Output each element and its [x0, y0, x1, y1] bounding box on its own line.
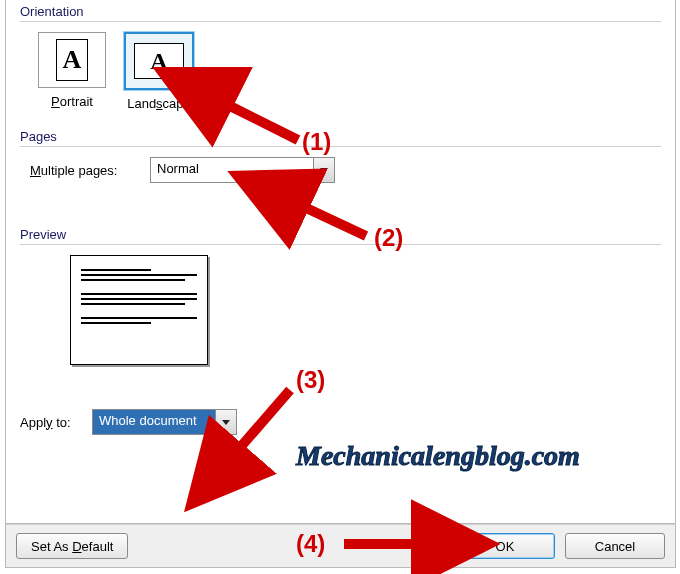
- divider: [20, 244, 661, 245]
- multiple-pages-select[interactable]: Normal: [150, 157, 335, 183]
- landscape-icon: A: [124, 32, 194, 90]
- landscape-option[interactable]: A Landscape: [124, 32, 194, 111]
- portrait-label: Portrait: [38, 94, 106, 109]
- apply-to-row: Apply to: Whole document: [20, 409, 661, 435]
- preview-thumbnail: [70, 255, 208, 365]
- multiple-pages-label: Multiple pages:: [30, 163, 150, 178]
- page-glyph: A: [56, 39, 88, 81]
- apply-to-label: Apply to:: [20, 415, 92, 430]
- set-as-default-button[interactable]: Set As Default: [16, 533, 128, 559]
- chevron-down-icon: [222, 420, 230, 425]
- landscape-label: Landscape: [124, 96, 194, 111]
- portrait-icon: A: [38, 32, 106, 88]
- dropdown-button[interactable]: [215, 410, 236, 434]
- apply-to-select[interactable]: Whole document: [92, 409, 237, 435]
- page-glyph: A: [134, 43, 184, 79]
- divider: [20, 146, 661, 147]
- dropdown-button[interactable]: [313, 158, 334, 182]
- orientation-header: Orientation: [20, 4, 661, 19]
- orientation-options: A Portrait A Landscape: [38, 32, 661, 111]
- portrait-option[interactable]: A Portrait: [38, 32, 106, 111]
- apply-to-value: Whole document: [93, 410, 215, 434]
- page-setup-dialog: Orientation A Portrait A Landscape Pages…: [5, 0, 676, 524]
- divider: [20, 21, 661, 22]
- multiple-pages-value: Normal: [151, 158, 313, 182]
- dialog-button-bar: Set As Default OK Cancel: [5, 524, 676, 568]
- ok-button[interactable]: OK: [455, 533, 555, 559]
- multiple-pages-row: Multiple pages: Normal: [30, 157, 661, 183]
- pages-header: Pages: [20, 129, 661, 144]
- preview-header: Preview: [20, 227, 661, 242]
- cancel-button[interactable]: Cancel: [565, 533, 665, 559]
- chevron-down-icon: [320, 168, 328, 173]
